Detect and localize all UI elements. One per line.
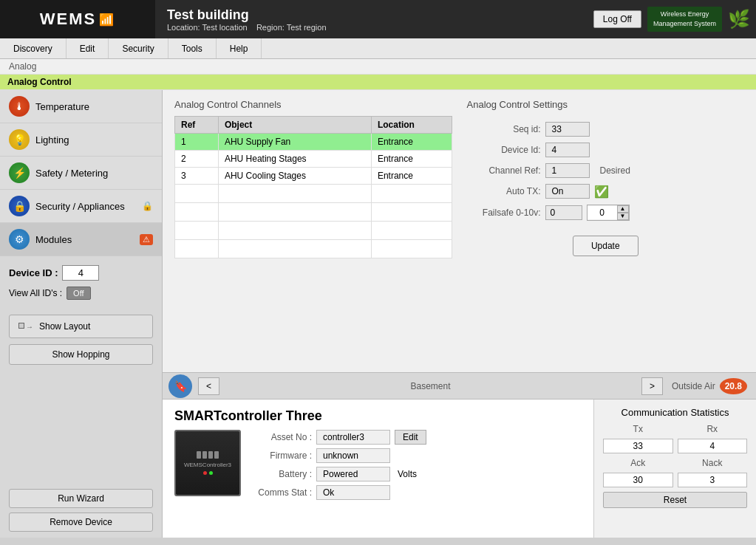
wifi-icon: 📶 [99, 13, 115, 27]
remove-device-button[interactable]: Remove Device [9, 513, 153, 532]
edit-button[interactable]: Edit [395, 430, 426, 445]
device-id-input[interactable]: 4 [62, 265, 99, 281]
outside-air-label: Outside Air [672, 381, 715, 391]
tx-value: 33 [603, 439, 673, 453]
ack-value: 30 [603, 473, 673, 487]
view-all-row: View All ID's : Off [9, 287, 153, 300]
channel-ref-label: Channel Ref: [467, 165, 541, 176]
failsafe-spinner[interactable]: 0 ▲ ▼ [587, 205, 630, 221]
col-object: Object [218, 117, 371, 134]
sidebar-item-security[interactable]: 🔒 Security / Appliances 🔒 [0, 190, 162, 223]
auto-tx-row: Auto TX: On ✅ [467, 184, 745, 199]
device-info: SMARTcontroller Three WEMSController3 [163, 400, 593, 538]
nack-header: Nack [678, 458, 748, 468]
nav-item-help[interactable]: Help [217, 38, 262, 58]
navbar: Discovery Edit Security Tools Help [0, 38, 756, 59]
lock-icon: 🔒 [142, 201, 153, 211]
failsafe-label: Failsafe 0-10v: [467, 208, 541, 218]
spinner-down-button[interactable]: ▼ [617, 213, 629, 220]
table-row-empty [175, 185, 452, 203]
connector-1 [197, 451, 201, 459]
rx-header: Rx [678, 424, 748, 434]
run-wizard-button[interactable]: Run Wizard [9, 489, 153, 508]
temperature-icon: 🌡 [9, 96, 30, 117]
location-info: Location: Test location Region: Test reg… [167, 23, 582, 32]
nav-bookmark-icon[interactable]: 🔖 [168, 374, 192, 398]
asset-no-label: Asset No : [253, 432, 312, 442]
asset-no-row: Asset No : controller3 Edit [253, 430, 426, 445]
comms-stat-label: Comms Stat : [253, 487, 312, 498]
device-img-label: WEMSController3 [184, 462, 231, 468]
nav-prev-button[interactable]: < [198, 377, 219, 395]
checkbox-icon[interactable]: ✅ [594, 185, 609, 199]
comms-stat-value: Ok [316, 485, 390, 500]
sidebar: 🌡 Temperature 💡 Lighting ⚡ Safety / Mete… [0, 90, 163, 538]
comm-stats: Communication Statistics Tx Rx 33 4 Ack … [593, 400, 756, 538]
failsafe-row: Failsafe 0-10v: 0 0 ▲ ▼ [467, 205, 745, 221]
sidebar-item-modules[interactable]: ⚙ Modules ⚠ [0, 223, 162, 256]
settings-grid: Seq id: 33 Device Id: 4 Channel Ref: 1 D… [467, 116, 745, 221]
view-all-toggle[interactable]: Off [67, 287, 90, 300]
table-row[interactable]: 3 AHU Cooling Stages Entrance [175, 168, 452, 185]
table-row-empty [175, 222, 452, 240]
wems-badge: Wireless Energy Management System [647, 7, 722, 31]
ack-header: Ack [603, 458, 673, 468]
device-img-inner: WEMSController3 [176, 431, 239, 495]
layout-box-1 [18, 323, 24, 329]
device-id-settings-value: 4 [545, 143, 590, 157]
table-row-empty [175, 240, 452, 258]
sidebar-item-safety[interactable]: ⚡ Safety / Metering [0, 157, 162, 190]
device-leds [203, 471, 213, 475]
channels-panel: Analog Control Channels Ref Object Locat… [174, 99, 452, 258]
sidebar-item-temperature[interactable]: 🌡 Temperature [0, 90, 162, 123]
sidebar-label-security: Security / Appliances [35, 201, 136, 212]
log-out-button[interactable]: Log Off [593, 10, 641, 28]
show-hopping-button[interactable]: Show Hopping [9, 344, 153, 365]
breadcrumb-current: Analog Control [0, 75, 756, 89]
cell-object-2: AHU Heating Stages [218, 151, 371, 168]
channels-title: Analog Control Channels [174, 99, 452, 110]
settings-title: Analog Control Settings [467, 99, 745, 110]
sidebar-label-temperature: Temperature [35, 101, 153, 112]
nav-item-edit[interactable]: Edit [67, 38, 109, 58]
lighting-icon: 💡 [9, 129, 30, 150]
comm-stats-title: Communication Statistics [603, 407, 747, 418]
seq-id-label: Seq id: [467, 124, 541, 134]
firmware-row: Firmware : unknown [253, 448, 426, 463]
content-area: Analog Control Channels Ref Object Locat… [163, 90, 756, 538]
nack-value: 3 [678, 473, 748, 487]
cell-location-3: Entrance [371, 168, 452, 185]
channel-ref-value: 1 [545, 163, 590, 178]
table-row[interactable]: 2 AHU Heating Stages Entrance [175, 151, 452, 168]
asset-no-value: controller3 [316, 430, 390, 445]
outside-air: Outside Air 20.8 [663, 378, 756, 394]
reset-button[interactable]: Reset [603, 492, 747, 508]
failsafe-desired-input[interactable]: 0 [588, 206, 617, 219]
battery-row: Battery : Powered Volts [253, 467, 426, 481]
bottom-section: SMARTcontroller Three WEMSController3 [163, 399, 756, 538]
cell-object-3: AHU Cooling Stages [218, 168, 371, 185]
device-image: WEMSController3 [174, 430, 241, 496]
table-row[interactable]: 1 AHU Supply Fan Entrance [175, 134, 452, 151]
nav-item-discovery[interactable]: Discovery [0, 38, 67, 58]
nav-next-button[interactable]: > [641, 377, 663, 395]
security-icon: 🔒 [9, 196, 30, 216]
show-layout-button[interactable]: → Show Layout [9, 315, 153, 338]
rx-value: 4 [678, 439, 748, 453]
update-row: Update [467, 236, 745, 256]
device-id-settings-row: Device Id: 4 [467, 143, 745, 157]
spinner-up-button[interactable]: ▲ [617, 205, 629, 213]
sidebar-item-lighting[interactable]: 💡 Lighting [0, 123, 162, 157]
cell-ref-1: 1 [175, 134, 219, 151]
spinner-buttons: ▲ ▼ [617, 205, 629, 220]
cell-location-1: Entrance [371, 134, 452, 151]
bottom-nav: 🔖 < Basement > Outside Air 20.8 [163, 372, 756, 399]
main-layout: 🌡 Temperature 💡 Lighting ⚡ Safety / Mete… [0, 90, 756, 538]
failsafe-value: 0 [545, 205, 582, 220]
logo-text: WEMS [40, 10, 96, 29]
layout-icon: → [18, 323, 33, 331]
nav-location: Basement [219, 381, 641, 391]
nav-item-security[interactable]: Security [109, 38, 168, 58]
nav-item-tools[interactable]: Tools [168, 38, 217, 58]
update-button[interactable]: Update [573, 236, 638, 256]
